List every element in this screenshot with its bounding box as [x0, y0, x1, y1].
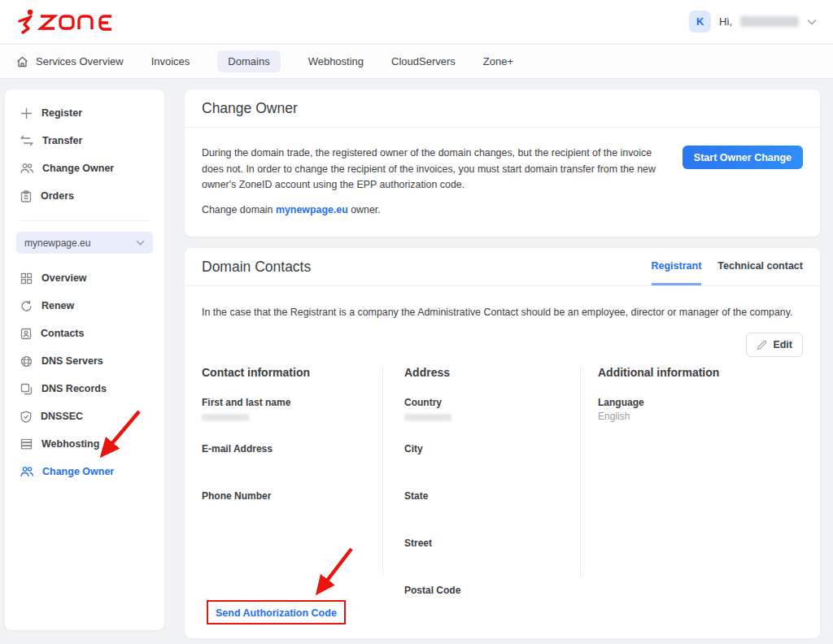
globe-icon: [20, 355, 33, 368]
zone-logo[interactable]: [16, 7, 119, 37]
nav-label: Invoices: [151, 55, 190, 67]
contact-tabs: Registrant Technical contact: [652, 248, 804, 285]
sidebar-item-label: Contacts: [41, 328, 84, 339]
domain-selector-value: mynewpage.eu: [24, 237, 90, 249]
address-column: Address Country City State Street Postal…: [404, 366, 567, 632]
nav-services-overview[interactable]: Services Overview: [16, 50, 124, 72]
contact-card-icon: [20, 328, 32, 340]
home-icon: [16, 56, 28, 67]
domain-contacts-description: In the case that the Registrant is a com…: [185, 286, 820, 318]
send-authorization-code-link[interactable]: Send Authorization Code: [216, 607, 337, 619]
domain-contacts-card-header: Domain Contacts Registrant Technical con…: [185, 248, 820, 286]
edit-button[interactable]: Edit: [746, 333, 803, 357]
sidebar-item-webhosting[interactable]: Webhosting: [5, 430, 164, 458]
nav-invoices[interactable]: Invoices: [151, 50, 190, 72]
tab-registrant[interactable]: Registrant: [652, 248, 702, 285]
sidebar-item-label: Change Owner: [42, 163, 114, 174]
change-domain-prefix: Change domain: [202, 204, 276, 215]
people-icon: [20, 466, 33, 477]
nav-label: Services Overview: [36, 55, 124, 67]
column-heading: Contact information: [202, 366, 377, 379]
sidebar-item-label: Webhosting: [41, 438, 99, 450]
column-divider: [382, 366, 383, 576]
shield-check-icon: [20, 411, 32, 423]
card-title: Change Owner: [202, 100, 298, 117]
sidebar: Register Transfer Change Owner Orders my…: [5, 89, 164, 630]
field-state: State: [404, 490, 567, 516]
domain-selector[interactable]: mynewpage.eu: [16, 232, 153, 254]
sidebar-item-dns-servers[interactable]: DNS Servers: [5, 347, 164, 375]
pencil-icon: [757, 340, 767, 350]
send-auth-code-wrap: Send Authorization Code: [207, 600, 346, 624]
domain-contacts-card: Domain Contacts Registrant Technical con…: [185, 248, 820, 638]
sidebar-item-transfer[interactable]: Transfer: [5, 127, 164, 154]
grid-icon: [20, 272, 33, 285]
sidebar-item-contacts[interactable]: Contacts: [5, 320, 164, 347]
chevron-down-icon: [136, 240, 145, 246]
change-owner-description: During the domain trade, the registered …: [202, 146, 672, 194]
clipboard-icon: [20, 190, 32, 202]
nav-zone-plus[interactable]: Zone+: [483, 50, 513, 72]
sidebar-item-label: Renew: [41, 300, 74, 311]
greeting-text: Hi,: [719, 15, 732, 28]
sidebar-item-overview[interactable]: Overview: [5, 264, 164, 292]
nav-webhosting[interactable]: Webhosting: [308, 50, 364, 72]
sidebar-item-change-owner-active[interactable]: Change Owner: [5, 458, 164, 485]
domain-link[interactable]: mynewpage.eu: [276, 204, 348, 215]
contact-information-column: Contact information First and last name …: [202, 366, 377, 537]
change-domain-line: Change domain mynewpage.eu owner.: [202, 204, 803, 215]
user-menu[interactable]: K Hi,: [689, 11, 817, 33]
start-owner-change-button[interactable]: Start Owner Change: [683, 146, 803, 169]
page: K Hi, Services Overview Invoices Domains…: [0, 0, 833, 644]
field-postal-code: Postal Code: [404, 585, 567, 610]
change-owner-card-header: Change Owner: [185, 89, 820, 128]
redacted-username: [740, 16, 799, 27]
column-divider: [580, 366, 581, 577]
column-heading: Address: [404, 366, 567, 379]
change-domain-suffix: owner.: [348, 204, 381, 215]
sidebar-item-label: DNSSEC: [41, 411, 83, 422]
server-stack-icon: [20, 438, 33, 450]
people-icon: [20, 163, 33, 174]
sidebar-item-change-owner[interactable]: Change Owner: [5, 154, 164, 182]
sidebar-item-label: Register: [41, 107, 82, 119]
annotation-red-box: Send Authorization Code: [207, 600, 346, 624]
field-first-last-name: First and last name: [202, 397, 377, 421]
main-nav: Services Overview Invoices Domains Webho…: [0, 45, 833, 79]
nav-domains[interactable]: Domains: [217, 50, 280, 72]
sidebar-item-renew[interactable]: Renew: [5, 292, 164, 320]
nav-label: Domains: [228, 55, 269, 67]
field-phone: Phone Number: [202, 490, 377, 516]
field-street: Street: [404, 537, 567, 563]
avatar[interactable]: K: [689, 11, 711, 33]
sidebar-item-label: Overview: [41, 272, 87, 284]
sidebar-item-label: DNS Records: [41, 383, 107, 394]
field-language: Language English: [598, 397, 801, 422]
redacted-value: [404, 414, 451, 421]
sidebar-item-label: DNS Servers: [41, 355, 103, 367]
sidebar-item-label: Change Owner: [42, 466, 114, 477]
sidebar-item-dns-records[interactable]: DNS Records: [5, 375, 164, 402]
refresh-icon: [20, 300, 33, 312]
nav-label: Webhosting: [308, 55, 364, 67]
change-owner-card-body: During the domain trade, the registered …: [185, 128, 820, 215]
sidebar-domain-group: Overview Renew Contacts DNS Servers DNS …: [5, 264, 164, 485]
sidebar-item-orders[interactable]: Orders: [5, 182, 164, 210]
edit-button-label: Edit: [773, 339, 792, 350]
transfer-arrows-icon: [20, 135, 33, 146]
sidebar-divider: [20, 220, 150, 221]
chevron-down-icon: [807, 19, 817, 25]
field-city: City: [404, 443, 567, 468]
sidebar-item-register[interactable]: Register: [5, 99, 164, 127]
sidebar-item-dnssec[interactable]: DNSSEC: [5, 402, 164, 430]
change-owner-card: Change Owner During the domain trade, th…: [185, 89, 820, 237]
app-header: K Hi,: [0, 0, 833, 44]
card-title: Domain Contacts: [202, 259, 311, 276]
nav-cloudservers[interactable]: CloudServers: [391, 50, 456, 72]
field-country: Country: [404, 397, 567, 421]
nav-label: CloudServers: [391, 55, 456, 67]
sidebar-item-label: Orders: [41, 190, 74, 202]
tab-technical-contact[interactable]: Technical contact: [717, 248, 803, 285]
additional-information-column: Additional information Language English: [598, 366, 801, 444]
field-email: E-mail Address: [202, 443, 377, 468]
